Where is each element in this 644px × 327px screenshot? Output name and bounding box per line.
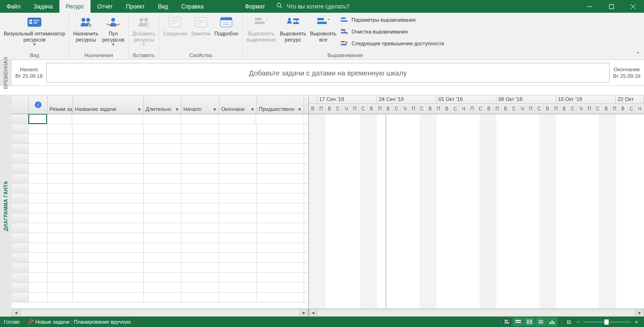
scroll-right-button[interactable]: ► (636, 309, 644, 317)
col-header[interactable]: Окончани▼ (219, 95, 257, 114)
table-row[interactable] (12, 283, 308, 293)
tab-resource[interactable]: Ресурс (59, 0, 91, 13)
tab-help[interactable]: Справка (175, 0, 210, 13)
table-row[interactable] (12, 124, 308, 134)
svg-point-46 (35, 101, 41, 108)
tab-task[interactable]: Задача (27, 0, 59, 13)
svg-rect-37 (317, 18, 324, 20)
search-icon (276, 2, 283, 10)
tab-view[interactable]: Вид (151, 0, 175, 13)
table-row[interactable] (12, 193, 308, 203)
day-header: С (569, 104, 577, 114)
table-row[interactable] (12, 253, 308, 263)
day-header: П (611, 104, 619, 114)
tab-project[interactable]: Проект (119, 0, 151, 13)
scroll-right-button[interactable]: ► (300, 309, 308, 317)
view-sheet-button[interactable] (536, 318, 546, 326)
team-planner-icon (27, 15, 42, 30)
level-selection-button: Выровнять выделенное (245, 14, 278, 43)
zoom-slider[interactable] (584, 321, 631, 323)
table-row[interactable] (12, 233, 308, 243)
day-header: В (443, 104, 452, 114)
day-header: С (334, 104, 342, 114)
scroll-track[interactable] (317, 309, 636, 317)
level-resource-button[interactable]: Выровнять ресурс (278, 14, 308, 43)
table-row[interactable] (12, 144, 308, 154)
gantt-table-hscroll[interactable]: ◄ ► (12, 308, 308, 317)
zoom-out-button[interactable]: − (574, 319, 582, 325)
day-header: С (627, 104, 636, 114)
svg-rect-3 (610, 4, 614, 8)
details-button[interactable]: Подробно (213, 14, 240, 38)
svg-rect-10 (33, 22, 37, 24)
minimize-button[interactable] (579, 0, 601, 13)
collapse-ribbon-button[interactable]: ⌃ (636, 51, 640, 58)
table-row[interactable] (12, 263, 308, 273)
svg-rect-52 (515, 322, 521, 323)
tellme-search[interactable]: Что вы хотите сделать? (272, 0, 579, 13)
svg-point-15 (140, 18, 143, 22)
team-planner-button[interactable]: Визуальный оптимизатор ресурсов ▼ (2, 14, 67, 48)
gantt-chart-body[interactable] (309, 114, 644, 308)
col-header[interactable]: Начало▼ (182, 95, 219, 114)
assign-resources-button[interactable]: Назначить ресурсы (71, 14, 100, 43)
table-row[interactable] (12, 154, 308, 164)
day-header: С (451, 104, 460, 114)
scroll-left-button[interactable]: ◄ (12, 309, 20, 317)
close-button[interactable] (622, 0, 644, 13)
leveling-options-button[interactable]: Параметры выравнивания (340, 15, 444, 25)
tab-format[interactable]: Формат (239, 0, 272, 13)
resource-pool-button[interactable]: Пул ресурсов ▼ (100, 14, 126, 48)
col-header[interactable]: Длительнс▼ (144, 95, 182, 114)
gantt-table-body[interactable] (12, 114, 308, 308)
timeline-add-hint[interactable]: Добавьте задачи с датами на временную шк… (46, 63, 610, 83)
table-row[interactable] (12, 174, 308, 184)
table-row[interactable] (12, 114, 308, 124)
table-row[interactable] (12, 273, 308, 283)
view-usage-button[interactable] (513, 318, 523, 326)
col-header[interactable]: Название задачи▼ (73, 95, 144, 114)
table-row[interactable] (12, 134, 308, 144)
table-row[interactable] (12, 223, 308, 233)
leveling-options-list: Параметры выравнивания Очистка выравнива… (339, 14, 446, 50)
zoom-fit-button[interactable]: ⊟ (565, 319, 572, 325)
view-buttons (502, 318, 557, 326)
ribbon-group-insert: Добавить ресурсы ▼ Вставить (129, 13, 160, 59)
view-gantt-button[interactable] (502, 318, 512, 326)
tab-report[interactable]: Отчет (91, 0, 119, 13)
col-header[interactable]: Предшественн▼ (257, 95, 304, 114)
next-overallocation-button[interactable]: Следующее превышение доступности (340, 38, 444, 49)
col-header[interactable]: Режим задачи▼ (48, 95, 73, 114)
tab-file[interactable]: Файл (0, 0, 27, 13)
day-header: В (426, 104, 435, 114)
col-header[interactable]: i (29, 95, 48, 114)
pool-icon (106, 15, 121, 30)
gantt-chart-hscroll[interactable]: ◄ ► (309, 308, 644, 317)
svg-rect-45 (341, 44, 347, 45)
scroll-track[interactable] (20, 309, 300, 317)
col-header[interactable] (12, 95, 29, 114)
table-row[interactable] (12, 184, 308, 193)
table-row[interactable] (12, 243, 308, 253)
level-all-button[interactable]: Выровнять все (308, 14, 339, 43)
view-report-button[interactable] (547, 318, 557, 326)
add-people-icon (136, 15, 151, 30)
maximize-button[interactable] (601, 0, 622, 13)
table-row[interactable] (12, 164, 308, 174)
clear-leveling-button[interactable]: Очистка выравнивания (340, 26, 444, 37)
day-header: П (493, 104, 502, 114)
svg-rect-28 (221, 17, 232, 27)
scroll-left-button[interactable]: ◄ (309, 309, 317, 317)
pin-icon: 📌 (27, 319, 34, 325)
day-header: В (326, 104, 334, 114)
notes-button: Заметки (189, 14, 213, 38)
svg-rect-50 (505, 322, 509, 323)
timeline-end: Окончание Вт 25.09.18 (610, 60, 644, 85)
table-row[interactable] (12, 213, 308, 223)
svg-rect-9 (33, 20, 39, 21)
svg-rect-42 (341, 32, 347, 34)
view-team-button[interactable] (524, 318, 535, 326)
table-row[interactable] (12, 293, 308, 302)
table-row[interactable] (12, 203, 308, 213)
zoom-in-button[interactable]: + (633, 319, 640, 325)
